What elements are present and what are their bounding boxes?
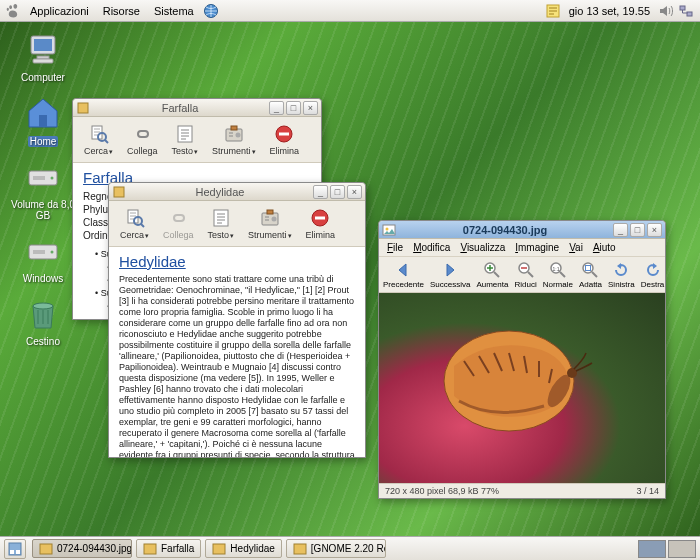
drive-icon bbox=[23, 231, 63, 271]
desktop-icon-cestino[interactable]: Cestino bbox=[8, 294, 78, 347]
svg-rect-8 bbox=[39, 115, 47, 127]
viewer-zoom100-button[interactable]: 1:1Normale bbox=[540, 259, 576, 290]
toolbar-strumenti-button[interactable]: Strumenti▾ bbox=[241, 205, 299, 242]
desktop-icon-computer[interactable]: Computer bbox=[8, 30, 78, 83]
volume-tray-icon[interactable] bbox=[658, 3, 674, 19]
zoomin-icon bbox=[482, 260, 502, 280]
svg-rect-2 bbox=[680, 6, 685, 10]
desktop-icon-windows[interactable]: Windows bbox=[8, 231, 78, 284]
toolbar-elimina-button[interactable]: Elimina bbox=[299, 205, 343, 242]
definition-title: Hedylidae bbox=[119, 253, 355, 270]
image-canvas[interactable] bbox=[379, 293, 665, 483]
task-button[interactable]: [GNOME 2.20 Releas... bbox=[286, 539, 386, 558]
task-button[interactable]: Farfalla bbox=[136, 539, 201, 558]
minimize-button[interactable]: _ bbox=[313, 185, 328, 199]
svg-point-35 bbox=[386, 227, 389, 230]
network-tray-icon[interactable] bbox=[678, 3, 694, 19]
desktop-icon-label: Home bbox=[28, 136, 59, 147]
svg-text:1:1: 1:1 bbox=[552, 266, 559, 272]
delete-icon bbox=[309, 207, 331, 229]
task-button[interactable]: 0724-094430.jpg bbox=[32, 539, 132, 558]
viewer-toolbar: PrecedenteSuccessivaAumentaRiduci1:1Norm… bbox=[379, 257, 665, 293]
desktop-icon-label: Computer bbox=[8, 72, 78, 83]
toolbar-elimina-button[interactable]: Elimina bbox=[263, 121, 307, 158]
menu-risorse[interactable]: Risorse bbox=[96, 3, 147, 19]
task-icon bbox=[143, 542, 157, 556]
toolbar-cerca-button[interactable]: Cerca▾ bbox=[113, 205, 156, 242]
definition-body: Precedentemente sono stati trattare come… bbox=[119, 274, 355, 457]
desktop-icon-label: Volume da 8,0 GB bbox=[8, 199, 78, 221]
top-panel: Applicazioni Risorse Sistema gio 13 set,… bbox=[0, 0, 700, 22]
menu-sistema[interactable]: Sistema bbox=[147, 3, 201, 19]
notes-tray-icon[interactable] bbox=[545, 3, 561, 19]
svg-rect-3 bbox=[687, 12, 692, 16]
toolbar-strumenti-button[interactable]: Strumenti▾ bbox=[205, 121, 263, 158]
workspace[interactable] bbox=[638, 540, 666, 558]
status-left: 720 x 480 pixel 68,9 kB 77% bbox=[385, 486, 499, 496]
titlebar[interactable]: Hedylidae _ □ × bbox=[109, 183, 365, 201]
task-button[interactable]: Hedylidae bbox=[205, 539, 281, 558]
toolbar-testo-button[interactable]: Testo▾ bbox=[201, 205, 242, 242]
maximize-button[interactable]: □ bbox=[330, 185, 345, 199]
menu-applicazioni[interactable]: Applicazioni bbox=[23, 3, 96, 19]
svg-rect-52 bbox=[294, 544, 306, 554]
svg-rect-7 bbox=[33, 59, 53, 63]
show-desktop-button[interactable] bbox=[4, 539, 26, 559]
close-button[interactable]: × bbox=[347, 185, 362, 199]
svg-point-13 bbox=[51, 251, 54, 254]
titlebar[interactable]: Farfalla _ □ × bbox=[73, 99, 321, 117]
next-icon bbox=[440, 260, 460, 280]
maximize-button[interactable]: □ bbox=[286, 101, 301, 115]
menu-vai[interactable]: Vai bbox=[564, 240, 588, 255]
svg-point-22 bbox=[235, 133, 240, 138]
dictionary-icon bbox=[76, 101, 90, 115]
menubar: FileModificaVisualizzaImmagineVaiAiuto bbox=[379, 239, 665, 257]
viewer-zoomin-button[interactable]: Aumenta bbox=[473, 259, 511, 290]
maximize-button[interactable]: □ bbox=[630, 223, 645, 237]
task-icon bbox=[212, 542, 226, 556]
menu-modifica[interactable]: Modifica bbox=[408, 240, 455, 255]
minimize-button[interactable]: _ bbox=[613, 223, 628, 237]
link-icon bbox=[167, 207, 189, 229]
clock[interactable]: gio 13 set, 19.55 bbox=[563, 5, 656, 17]
svg-rect-25 bbox=[114, 187, 124, 197]
toolbar-cerca-button[interactable]: Cerca▾ bbox=[77, 121, 120, 158]
zoomout-icon bbox=[516, 260, 536, 280]
tools-icon bbox=[223, 123, 245, 145]
viewer-next-button[interactable]: Successiva bbox=[427, 259, 473, 290]
zoomfit-icon bbox=[580, 260, 600, 280]
viewer-zoomfit-button[interactable]: Adatta bbox=[576, 259, 605, 290]
toolbar: Cerca▾CollegaTesto▾Strumenti▾Elimina bbox=[73, 117, 321, 163]
close-button[interactable]: × bbox=[303, 101, 318, 115]
workspace-switcher[interactable] bbox=[636, 540, 696, 558]
statusbar: 720 x 480 pixel 68,9 kB 77% 3 / 14 bbox=[379, 483, 665, 498]
viewer-rotl-button[interactable]: Sinistra bbox=[605, 259, 638, 290]
window-title: Farfalla bbox=[93, 102, 267, 114]
zoom100-icon: 1:1 bbox=[548, 260, 568, 280]
workspace[interactable] bbox=[668, 540, 696, 558]
menu-visualizza[interactable]: Visualizza bbox=[455, 240, 510, 255]
svg-rect-14 bbox=[33, 250, 45, 254]
desktop-icons: Computer Home Volume da 8,0 GB Windows C… bbox=[8, 30, 78, 357]
svg-point-40 bbox=[583, 263, 593, 273]
toolbar-collega-button[interactable]: Collega bbox=[120, 121, 165, 158]
desktop-icon-label: Windows bbox=[8, 273, 78, 284]
browser-launcher-icon[interactable] bbox=[203, 3, 219, 19]
svg-rect-24 bbox=[279, 133, 289, 136]
window-title: 0724-094430.jpg bbox=[399, 224, 611, 236]
viewer-zoomout-button[interactable]: Riduci bbox=[511, 259, 539, 290]
close-button[interactable]: × bbox=[647, 223, 662, 237]
svg-rect-19 bbox=[178, 126, 192, 142]
menu-file[interactable]: File bbox=[382, 240, 408, 255]
menu-immagine[interactable]: Immagine bbox=[510, 240, 564, 255]
titlebar[interactable]: 0724-094430.jpg _ □ × bbox=[379, 221, 665, 239]
toolbar-testo-button[interactable]: Testo▾ bbox=[165, 121, 206, 158]
viewer-prev-button[interactable]: Precedente bbox=[380, 259, 427, 290]
desktop-icon-home[interactable]: Home bbox=[8, 93, 78, 147]
svg-rect-28 bbox=[214, 210, 228, 226]
minimize-button[interactable]: _ bbox=[269, 101, 284, 115]
viewer-rotr-button[interactable]: Destra bbox=[638, 259, 668, 290]
menu-aiuto[interactable]: Aiuto bbox=[588, 240, 621, 255]
dictionary-icon bbox=[112, 185, 126, 199]
desktop-icon-volume[interactable]: Volume da 8,0 GB bbox=[8, 157, 78, 221]
